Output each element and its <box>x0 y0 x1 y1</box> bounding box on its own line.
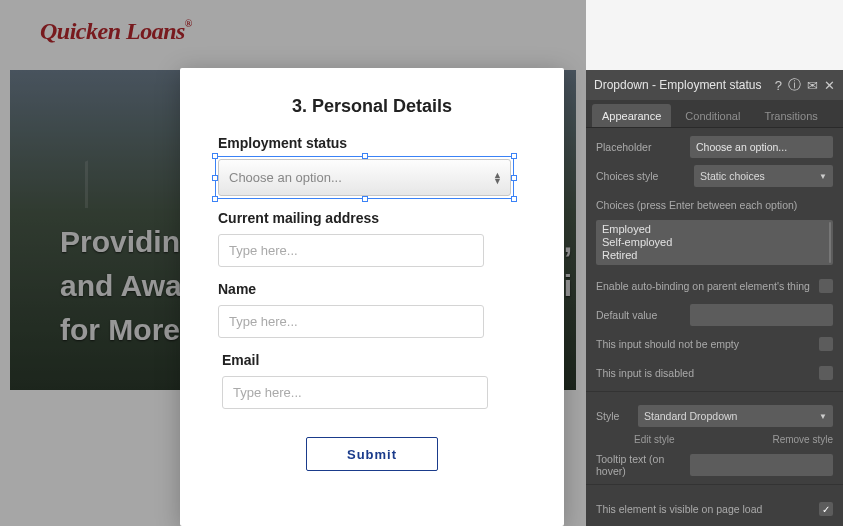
prop-placeholder-input[interactable] <box>690 136 833 158</box>
info-icon[interactable]: ⓘ <box>788 76 801 94</box>
tab-conditional[interactable]: Conditional <box>675 104 750 127</box>
caret-down-icon: ▼ <box>819 172 827 181</box>
prop-style-label: Style <box>596 410 630 422</box>
email-input[interactable] <box>222 376 488 409</box>
prop-default-label: Default value <box>596 309 690 321</box>
scrollbar[interactable] <box>829 222 831 263</box>
prop-notempty-label: This input should not be empty <box>596 338 819 350</box>
prop-choices-label: Choices (press Enter between each option… <box>596 199 833 211</box>
inspector-panel: Dropdown - Employment status ? ⓘ ✉ ✕ App… <box>586 70 843 526</box>
tab-appearance[interactable]: Appearance <box>592 104 671 127</box>
form-modal: 3. Personal Details Employment status Ch… <box>180 68 564 526</box>
prop-style-select[interactable]: Standard Dropdown▼ <box>638 405 833 427</box>
prop-disabled-label: This input is disabled <box>596 367 819 379</box>
prop-autobind-checkbox[interactable] <box>819 279 833 293</box>
prop-placeholder-label: Placeholder <box>596 141 690 153</box>
prop-tooltip-input[interactable] <box>690 454 833 476</box>
employment-dropdown[interactable]: Choose an option... ▲▼ <box>218 159 511 196</box>
prop-choices-textarea[interactable]: Employed Self-employed Retired <box>596 220 833 265</box>
caret-down-icon: ▼ <box>819 412 827 421</box>
address-input[interactable] <box>218 234 484 267</box>
prop-tooltip-label: Tooltip text (on hover) <box>596 453 690 477</box>
prop-autobind-label: Enable auto-binding on parent element's … <box>596 280 819 292</box>
employment-placeholder: Choose an option... <box>229 170 342 185</box>
prop-choices-style-select[interactable]: Static choices▼ <box>694 165 833 187</box>
employment-label: Employment status <box>218 135 526 151</box>
prop-visible-label: This element is visible on page load <box>596 503 819 515</box>
email-label: Email <box>222 352 526 368</box>
modal-title: 3. Personal Details <box>218 96 526 117</box>
prop-default-input[interactable] <box>690 304 833 326</box>
chevron-updown-icon: ▲▼ <box>493 172 502 184</box>
submit-button[interactable]: Submit <box>306 437 438 471</box>
name-label: Name <box>218 281 526 297</box>
remove-style-link[interactable]: Remove style <box>772 434 833 445</box>
close-icon[interactable]: ✕ <box>824 78 835 93</box>
prop-disabled-checkbox[interactable] <box>819 366 833 380</box>
name-input[interactable] <box>218 305 484 338</box>
address-label: Current mailing address <box>218 210 526 226</box>
prop-notempty-checkbox[interactable] <box>819 337 833 351</box>
comment-icon[interactable]: ✉ <box>807 78 818 93</box>
prop-choices-style-label: Choices style <box>596 170 694 182</box>
edit-style-link[interactable]: Edit style <box>634 434 675 445</box>
prop-visible-checkbox[interactable]: ✓ <box>819 502 833 516</box>
tab-transitions[interactable]: Transitions <box>754 104 827 127</box>
help-icon[interactable]: ? <box>775 78 782 93</box>
inspector-title: Dropdown - Employment status <box>594 78 761 92</box>
